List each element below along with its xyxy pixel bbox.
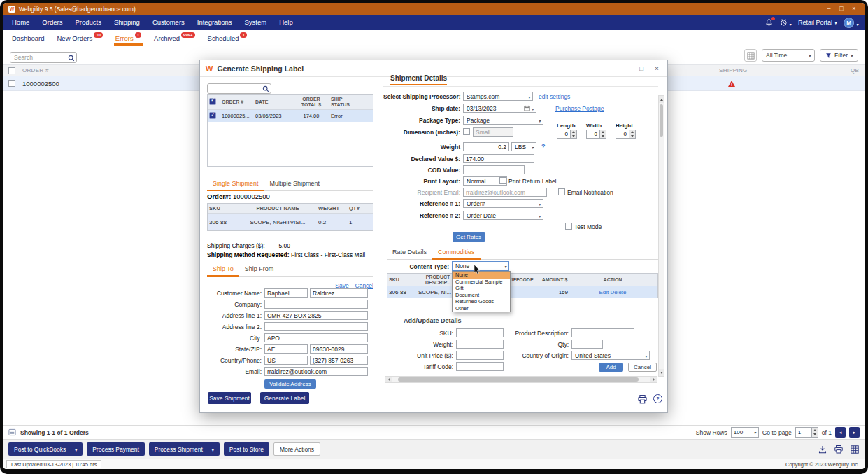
au-description-input[interactable] xyxy=(571,328,634,337)
scroll-right-button[interactable] xyxy=(650,377,657,382)
address1-field[interactable] xyxy=(264,311,368,320)
tab-dashboard[interactable]: Dashboard xyxy=(6,30,50,46)
tab-scheduled[interactable]: Scheduled 1 xyxy=(201,30,253,46)
weight-unit-select[interactable]: LBS xyxy=(511,142,536,151)
generate-label-button[interactable]: Generate Label xyxy=(260,392,309,404)
length-down-button[interactable] xyxy=(571,134,576,139)
portal-selector[interactable]: Retail Portal xyxy=(798,19,837,26)
menu-home[interactable]: Home xyxy=(6,15,36,30)
print-icon[interactable] xyxy=(834,445,844,454)
width-input[interactable] xyxy=(586,130,600,139)
company-field[interactable] xyxy=(264,300,368,309)
validate-address-button[interactable]: Validate Address xyxy=(264,379,316,389)
column-order-number[interactable]: ORDER # xyxy=(22,67,49,74)
menu-help[interactable]: Help xyxy=(273,15,299,30)
au-tariff-input[interactable] xyxy=(456,362,504,371)
orders-grid-row[interactable]: 10000025... 03/06/2023 174.00 Error xyxy=(208,110,373,122)
notifications-bell-icon[interactable] xyxy=(765,18,773,27)
window-maximize-button[interactable] xyxy=(836,3,847,15)
next-page-button[interactable] xyxy=(849,427,860,438)
length-input[interactable] xyxy=(557,130,571,139)
scroll-thumb[interactable] xyxy=(660,104,663,137)
rows-per-page-select[interactable]: 100 xyxy=(731,427,759,438)
option-gift[interactable]: Gift xyxy=(453,285,510,292)
search-input[interactable] xyxy=(10,52,77,63)
purchase-postage-link[interactable]: Purchase Postage xyxy=(555,105,604,112)
dialog-minimize-button[interactable]: – xyxy=(621,64,631,72)
customer-last-name-field[interactable] xyxy=(310,288,368,298)
print-return-label-checkbox[interactable] xyxy=(499,177,506,184)
previous-page-button[interactable] xyxy=(835,427,846,438)
time-range-select[interactable]: All Time xyxy=(762,49,815,62)
country-field[interactable] xyxy=(264,356,308,365)
customer-first-name-field[interactable] xyxy=(264,288,308,298)
tab-ship-to[interactable]: Ship To xyxy=(207,263,239,277)
more-actions-button[interactable]: More Actions xyxy=(273,442,320,456)
reference1-select[interactable]: Order# xyxy=(463,199,543,208)
post-to-store-button[interactable]: Post to Store xyxy=(224,442,269,456)
search-icon[interactable] xyxy=(68,52,75,64)
au-qty-input[interactable] xyxy=(571,340,603,349)
height-down-button[interactable] xyxy=(629,134,635,139)
address2-field[interactable] xyxy=(264,322,368,331)
window-close-button[interactable] xyxy=(848,3,860,15)
menu-system[interactable]: System xyxy=(238,15,273,30)
phone-field[interactable] xyxy=(310,356,368,365)
tab-archived[interactable]: Archived 999+ xyxy=(148,30,201,46)
scroll-left-button[interactable] xyxy=(385,377,392,382)
height-input[interactable] xyxy=(616,130,629,139)
dialog-maximize-button[interactable]: □ xyxy=(636,64,646,72)
tab-commodities[interactable]: Commodities xyxy=(432,246,481,260)
post-to-quickbooks-menu-toggle[interactable] xyxy=(71,446,77,453)
column-shipping[interactable]: SHIPPING xyxy=(719,67,748,74)
email-notification-checkbox[interactable] xyxy=(558,188,565,195)
export-grid-icon[interactable] xyxy=(850,445,860,454)
search-icon[interactable] xyxy=(262,83,269,95)
filter-button[interactable]: Filter xyxy=(820,49,858,62)
download-icon[interactable] xyxy=(818,445,827,454)
tab-ship-from[interactable]: Ship From xyxy=(239,263,280,276)
edit-commodity-link[interactable]: Edit xyxy=(599,289,609,295)
weight-help-icon[interactable]: ? xyxy=(541,143,546,150)
cancel-commodity-button[interactable]: Cancel xyxy=(628,363,657,372)
weight-input[interactable] xyxy=(463,142,509,151)
menu-products[interactable]: Products xyxy=(69,15,108,30)
column-qb[interactable]: QB xyxy=(851,67,859,74)
city-field[interactable] xyxy=(264,333,368,342)
tab-single-shipment[interactable]: Single Shipment xyxy=(207,178,264,191)
menu-orders[interactable]: Orders xyxy=(36,15,69,30)
ship-date-picker[interactable]: 03/13/2023 xyxy=(463,104,536,113)
column-settings-button[interactable] xyxy=(744,49,757,62)
state-field[interactable] xyxy=(264,344,308,354)
option-document[interactable]: Document xyxy=(453,292,510,299)
shipping-error-icon[interactable]: ! xyxy=(728,81,735,87)
option-other[interactable]: Other xyxy=(453,305,510,312)
option-none[interactable]: None xyxy=(453,272,510,279)
save-shipment-button[interactable]: Save Shipment xyxy=(208,392,251,404)
horizontal-scrollbar[interactable] xyxy=(385,376,657,383)
page-down-button[interactable] xyxy=(812,433,818,438)
edit-settings-link[interactable]: edit settings xyxy=(539,93,570,100)
scroll-track[interactable] xyxy=(659,103,664,369)
order-checkbox[interactable] xyxy=(210,112,216,118)
width-down-button[interactable] xyxy=(600,134,606,139)
scroll-down-button[interactable] xyxy=(659,369,664,376)
scroll-up-button[interactable] xyxy=(659,96,664,103)
content-type-select[interactable]: None xyxy=(452,261,509,271)
window-minimize-button[interactable] xyxy=(823,3,834,15)
menu-integrations[interactable]: Integrations xyxy=(191,15,239,30)
item-row[interactable]: 306-88 SCOPE, NIGHTVISI... 0.2 1 xyxy=(208,214,373,230)
dimension-checkbox[interactable] xyxy=(463,128,470,135)
menu-customers[interactable]: Customers xyxy=(146,15,191,30)
select-all-checkbox[interactable] xyxy=(8,67,15,74)
print-icon[interactable] xyxy=(637,394,648,405)
list-icon[interactable] xyxy=(8,428,16,436)
menu-shipping[interactable]: Shipping xyxy=(108,15,146,30)
page-number-input[interactable] xyxy=(795,427,812,438)
tab-errors[interactable]: Errors 1 xyxy=(109,30,148,46)
get-rates-button[interactable]: Get Rates xyxy=(453,232,485,242)
help-icon[interactable]: ? xyxy=(653,394,662,403)
shipping-processor-select[interactable]: Stamps.com xyxy=(463,92,533,101)
test-mode-checkbox[interactable] xyxy=(565,223,572,230)
post-to-quickbooks-button[interactable]: Post to QuickBooks xyxy=(8,442,83,456)
